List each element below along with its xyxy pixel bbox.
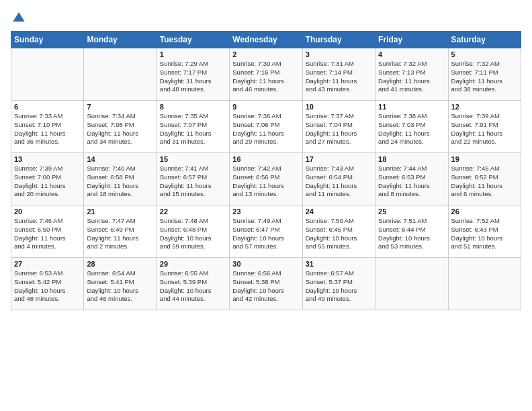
day-info: Sunrise: 7:44 AM Sunset: 6:53 PM Dayligh…	[378, 165, 445, 199]
day-number: 7	[87, 103, 153, 111]
day-info: Sunrise: 7:34 AM Sunset: 7:08 PM Dayligh…	[87, 112, 153, 146]
day-info: Sunrise: 7:47 AM Sunset: 6:49 PM Dayligh…	[87, 217, 153, 251]
day-cell: 27Sunrise: 6:53 AM Sunset: 5:42 PM Dayli…	[11, 258, 84, 310]
day-number: 28	[87, 260, 153, 268]
day-info: Sunrise: 7:46 AM Sunset: 6:50 PM Dayligh…	[14, 217, 81, 251]
header-day: Tuesday	[157, 32, 229, 48]
day-info: Sunrise: 7:40 AM Sunset: 6:58 PM Dayligh…	[87, 165, 153, 199]
day-cell: 14Sunrise: 7:40 AM Sunset: 6:58 PM Dayli…	[84, 153, 157, 205]
day-info: Sunrise: 7:31 AM Sunset: 7:14 PM Dayligh…	[306, 60, 372, 94]
day-info: Sunrise: 7:32 AM Sunset: 7:11 PM Dayligh…	[451, 60, 518, 94]
svg-marker-0	[13, 12, 25, 21]
day-cell: 1Sunrise: 7:29 AM Sunset: 7:17 PM Daylig…	[157, 48, 229, 101]
week-row: 1Sunrise: 7:29 AM Sunset: 7:17 PM Daylig…	[11, 48, 521, 101]
day-info: Sunrise: 7:42 AM Sunset: 6:56 PM Dayligh…	[232, 165, 299, 199]
day-number: 24	[306, 208, 372, 216]
day-number: 10	[306, 103, 372, 111]
day-cell: 9Sunrise: 7:36 AM Sunset: 7:06 PM Daylig…	[230, 101, 302, 153]
day-info: Sunrise: 7:33 AM Sunset: 7:10 PM Dayligh…	[14, 112, 81, 146]
day-cell: 20Sunrise: 7:46 AM Sunset: 6:50 PM Dayli…	[11, 205, 84, 258]
day-number: 1	[160, 50, 226, 58]
day-cell: 6Sunrise: 7:33 AM Sunset: 7:10 PM Daylig…	[11, 101, 84, 153]
day-info: Sunrise: 7:30 AM Sunset: 7:16 PM Dayligh…	[232, 60, 299, 94]
day-number: 15	[160, 155, 226, 163]
day-number: 9	[232, 103, 299, 111]
day-cell: 3Sunrise: 7:31 AM Sunset: 7:14 PM Daylig…	[302, 48, 375, 101]
day-cell: 21Sunrise: 7:47 AM Sunset: 6:49 PM Dayli…	[84, 205, 157, 258]
day-number: 2	[232, 50, 299, 58]
day-info: Sunrise: 7:32 AM Sunset: 7:13 PM Dayligh…	[378, 60, 445, 94]
day-cell: 29Sunrise: 6:55 AM Sunset: 5:39 PM Dayli…	[157, 258, 229, 310]
day-info: Sunrise: 7:43 AM Sunset: 6:54 PM Dayligh…	[306, 165, 372, 199]
day-cell: 25Sunrise: 7:51 AM Sunset: 6:44 PM Dayli…	[375, 205, 448, 258]
page: SundayMondayTuesdayWednesdayThursdayFrid…	[0, 0, 532, 411]
day-info: Sunrise: 6:57 AM Sunset: 5:37 PM Dayligh…	[306, 269, 372, 304]
day-number: 6	[14, 103, 81, 111]
day-cell: 13Sunrise: 7:39 AM Sunset: 7:00 PM Dayli…	[11, 153, 84, 205]
day-number: 30	[232, 260, 299, 268]
day-number: 17	[306, 155, 372, 163]
day-number: 14	[87, 155, 153, 163]
day-info: Sunrise: 7:35 AM Sunset: 7:07 PM Dayligh…	[160, 112, 226, 146]
day-cell: 7Sunrise: 7:34 AM Sunset: 7:08 PM Daylig…	[84, 101, 157, 153]
day-cell: 5Sunrise: 7:32 AM Sunset: 7:11 PM Daylig…	[448, 48, 521, 101]
day-number: 21	[87, 208, 153, 216]
day-cell: 23Sunrise: 7:49 AM Sunset: 6:47 PM Dayli…	[230, 205, 302, 258]
day-number: 26	[451, 208, 518, 216]
day-number: 12	[451, 103, 518, 111]
week-row: 20Sunrise: 7:46 AM Sunset: 6:50 PM Dayli…	[11, 205, 521, 258]
day-cell: 19Sunrise: 7:45 AM Sunset: 6:52 PM Dayli…	[448, 153, 521, 205]
day-info: Sunrise: 7:29 AM Sunset: 7:17 PM Dayligh…	[160, 60, 226, 94]
day-number: 29	[160, 260, 226, 268]
day-info: Sunrise: 7:41 AM Sunset: 6:57 PM Dayligh…	[160, 165, 226, 199]
day-info: Sunrise: 6:56 AM Sunset: 5:38 PM Dayligh…	[232, 269, 299, 304]
day-cell: 16Sunrise: 7:42 AM Sunset: 6:56 PM Dayli…	[230, 153, 302, 205]
day-number: 19	[451, 155, 518, 163]
day-number: 11	[378, 103, 445, 111]
week-row: 13Sunrise: 7:39 AM Sunset: 7:00 PM Dayli…	[11, 153, 521, 205]
header-day: Friday	[375, 32, 448, 48]
day-number: 25	[378, 208, 445, 216]
day-cell: 11Sunrise: 7:38 AM Sunset: 7:03 PM Dayli…	[375, 101, 448, 153]
day-info: Sunrise: 7:36 AM Sunset: 7:06 PM Dayligh…	[232, 112, 299, 146]
day-number: 13	[14, 155, 81, 163]
day-number: 5	[451, 50, 518, 58]
day-cell	[11, 48, 84, 101]
day-cell: 22Sunrise: 7:48 AM Sunset: 6:48 PM Dayli…	[157, 205, 229, 258]
day-info: Sunrise: 7:51 AM Sunset: 6:44 PM Dayligh…	[378, 217, 445, 251]
day-info: Sunrise: 7:39 AM Sunset: 7:00 PM Dayligh…	[14, 165, 81, 199]
day-number: 8	[160, 103, 226, 111]
day-info: Sunrise: 7:38 AM Sunset: 7:03 PM Dayligh…	[378, 112, 445, 146]
day-info: Sunrise: 7:48 AM Sunset: 6:48 PM Dayligh…	[160, 217, 226, 251]
header	[11, 11, 521, 26]
week-row: 6Sunrise: 7:33 AM Sunset: 7:10 PM Daylig…	[11, 101, 521, 153]
day-info: Sunrise: 7:45 AM Sunset: 6:52 PM Dayligh…	[451, 165, 518, 199]
header-day: Wednesday	[230, 32, 302, 48]
day-info: Sunrise: 7:37 AM Sunset: 7:04 PM Dayligh…	[306, 112, 372, 146]
day-cell: 30Sunrise: 6:56 AM Sunset: 5:38 PM Dayli…	[230, 258, 302, 310]
day-cell	[375, 258, 448, 310]
day-cell: 12Sunrise: 7:39 AM Sunset: 7:01 PM Dayli…	[448, 101, 521, 153]
header-day: Thursday	[302, 32, 375, 48]
week-row: 27Sunrise: 6:53 AM Sunset: 5:42 PM Dayli…	[11, 258, 521, 310]
day-cell	[84, 48, 157, 101]
day-info: Sunrise: 6:54 AM Sunset: 5:41 PM Dayligh…	[87, 269, 153, 304]
day-cell: 10Sunrise: 7:37 AM Sunset: 7:04 PM Dayli…	[302, 101, 375, 153]
header-day: Sunday	[11, 32, 84, 48]
day-info: Sunrise: 6:53 AM Sunset: 5:42 PM Dayligh…	[14, 269, 81, 304]
day-number: 27	[14, 260, 81, 268]
day-number: 4	[378, 50, 445, 58]
header-day: Saturday	[448, 32, 521, 48]
day-cell: 15Sunrise: 7:41 AM Sunset: 6:57 PM Dayli…	[157, 153, 229, 205]
day-info: Sunrise: 7:39 AM Sunset: 7:01 PM Dayligh…	[451, 112, 518, 146]
day-number: 23	[232, 208, 299, 216]
day-number: 22	[160, 208, 226, 216]
day-number: 16	[232, 155, 299, 163]
header-day: Monday	[84, 32, 157, 48]
calendar-table: SundayMondayTuesdayWednesdayThursdayFrid…	[11, 31, 521, 310]
day-number: 20	[14, 208, 81, 216]
day-cell: 26Sunrise: 7:52 AM Sunset: 6:43 PM Dayli…	[448, 205, 521, 258]
day-info: Sunrise: 7:50 AM Sunset: 6:45 PM Dayligh…	[306, 217, 372, 251]
day-cell: 17Sunrise: 7:43 AM Sunset: 6:54 PM Dayli…	[302, 153, 375, 205]
day-cell: 31Sunrise: 6:57 AM Sunset: 5:37 PM Dayli…	[302, 258, 375, 310]
